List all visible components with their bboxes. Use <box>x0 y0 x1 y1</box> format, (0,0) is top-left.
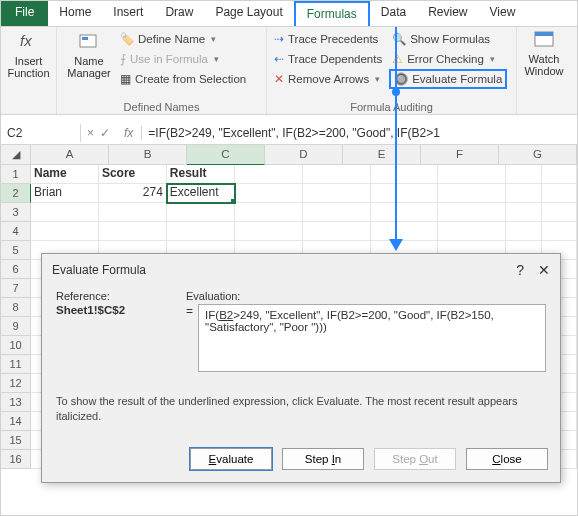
step-in-button[interactable]: Step In <box>282 448 364 470</box>
name-manager-label: Name Manager <box>67 55 110 79</box>
close-icon[interactable]: ✕ <box>538 262 550 278</box>
row-header-14[interactable]: 14 <box>1 412 31 431</box>
row-header-13[interactable]: 13 <box>1 393 31 412</box>
row-header-16[interactable]: 16 <box>1 450 31 469</box>
cell-D1[interactable] <box>235 165 303 184</box>
select-all-corner[interactable]: ◢ <box>1 145 31 165</box>
error-checking-button[interactable]: ⚠Error Checking▾ <box>389 49 507 69</box>
cell-B3[interactable] <box>99 203 167 222</box>
tab-review[interactable]: Review <box>417 1 478 26</box>
formula-input[interactable]: =IF(B2>249, "Excellent", IF(B2>=200, "Go… <box>142 124 577 142</box>
tab-formulas[interactable]: Formulas <box>294 1 370 26</box>
callout-arrow <box>395 27 397 243</box>
cell-H3[interactable] <box>506 203 541 222</box>
cell-B1[interactable]: Score <box>99 165 167 184</box>
tab-page-layout[interactable]: Page Layout <box>204 1 293 26</box>
tab-file[interactable]: File <box>1 1 48 26</box>
column-header-E[interactable]: E <box>343 145 421 165</box>
cell-I4[interactable] <box>542 222 577 241</box>
column-header-G[interactable]: G <box>499 145 577 165</box>
row-header-10[interactable]: 10 <box>1 336 31 355</box>
cell-F3[interactable] <box>371 203 439 222</box>
cell-G3[interactable] <box>438 203 506 222</box>
create-from-selection-button[interactable]: ▦Create from Selection <box>117 69 249 89</box>
tab-data[interactable]: Data <box>370 1 417 26</box>
name-manager-button[interactable]: Name Manager <box>61 29 117 89</box>
row-header-6[interactable]: 6 <box>1 260 31 279</box>
cell-E2[interactable] <box>303 184 371 203</box>
svg-rect-4 <box>535 32 553 36</box>
cell-F2[interactable] <box>371 184 439 203</box>
column-header-B[interactable]: B <box>109 145 187 165</box>
help-icon[interactable]: ? <box>516 262 524 278</box>
cell-F4[interactable] <box>371 222 439 241</box>
tab-draw[interactable]: Draw <box>154 1 204 26</box>
cell-I1[interactable] <box>542 165 577 184</box>
cell-C4[interactable] <box>167 222 235 241</box>
evaluate-formula-button[interactable]: 🔘Evaluate Formula <box>389 69 507 89</box>
cell-D4[interactable] <box>235 222 303 241</box>
formula-bar: C2 × ✓ fx =IF(B2>249, "Excellent", IF(B2… <box>1 121 577 145</box>
cell-E3[interactable] <box>303 203 371 222</box>
cell-H4[interactable] <box>506 222 541 241</box>
cell-A3[interactable] <box>31 203 99 222</box>
define-name-icon: 🏷️ <box>120 32 134 46</box>
row-header-8[interactable]: 8 <box>1 298 31 317</box>
fx-label-icon[interactable]: fx <box>116 126 142 140</box>
trace-dependents-button[interactable]: ⇠Trace Dependents <box>271 49 385 69</box>
cell-B4[interactable] <box>99 222 167 241</box>
enter-edit-icon[interactable]: ✓ <box>100 126 110 140</box>
cell-C1[interactable]: Result <box>167 165 235 184</box>
cell-E4[interactable] <box>303 222 371 241</box>
cell-H1[interactable] <box>506 165 541 184</box>
insert-function-button[interactable]: fx Insert Function <box>5 29 52 81</box>
formula-auditing-group-label: Formula Auditing <box>271 100 512 113</box>
row-header-1[interactable]: 1 <box>1 165 31 184</box>
row-header-5[interactable]: 5 <box>1 241 31 260</box>
row-header-9[interactable]: 9 <box>1 317 31 336</box>
close-button[interactable]: Close <box>466 448 548 470</box>
remove-arrows-button[interactable]: ✕Remove Arrows▾ <box>271 69 385 89</box>
define-name-button[interactable]: 🏷️Define Name▾ <box>117 29 249 49</box>
tab-view[interactable]: View <box>479 1 527 26</box>
cell-C3[interactable] <box>167 203 235 222</box>
column-header-A[interactable]: A <box>31 145 109 165</box>
row-header-15[interactable]: 15 <box>1 431 31 450</box>
row-header-3[interactable]: 3 <box>1 203 31 222</box>
cell-I2[interactable] <box>542 184 577 203</box>
cancel-edit-icon[interactable]: × <box>87 126 94 140</box>
formula-icon: ⨍ <box>120 52 126 66</box>
cell-D3[interactable] <box>235 203 303 222</box>
row-header-2[interactable]: 2 <box>1 184 31 203</box>
cell-I3[interactable] <box>542 203 577 222</box>
tab-home[interactable]: Home <box>48 1 102 26</box>
cell-G1[interactable] <box>438 165 506 184</box>
cell-F1[interactable] <box>371 165 439 184</box>
cell-B2[interactable]: 274 <box>99 184 167 203</box>
row-header-4[interactable]: 4 <box>1 222 31 241</box>
show-formulas-button[interactable]: 🔍Show Formulas <box>389 29 507 49</box>
column-header-D[interactable]: D <box>265 145 343 165</box>
cell-A2[interactable]: Brian <box>31 184 99 203</box>
cell-A1[interactable]: Name <box>31 165 99 184</box>
trace-precedents-label: Trace Precedents <box>288 33 378 45</box>
trace-precedents-button[interactable]: ⇢Trace Precedents <box>271 29 385 49</box>
name-box[interactable]: C2 <box>1 124 81 142</box>
row-header-12[interactable]: 12 <box>1 374 31 393</box>
column-header-C[interactable]: C <box>187 145 265 165</box>
evaluation-box[interactable]: IF(B2>249, "Excellent", IF(B2>=200, "Goo… <box>198 304 546 372</box>
cell-A4[interactable] <box>31 222 99 241</box>
evaluate-button[interactable]: Evaluate <box>190 448 272 470</box>
evaluate-formula-dialog: Evaluate Formula ? ✕ Reference: Sheet1!$… <box>41 253 561 483</box>
cell-G2[interactable] <box>438 184 506 203</box>
cell-C2[interactable]: Excellent <box>167 184 235 203</box>
row-header-11[interactable]: 11 <box>1 355 31 374</box>
cell-H2[interactable] <box>506 184 541 203</box>
column-header-F[interactable]: F <box>421 145 499 165</box>
cell-D2[interactable] <box>235 184 303 203</box>
watch-window-button[interactable]: Watch Window <box>521 29 567 79</box>
cell-E1[interactable] <box>303 165 371 184</box>
tab-insert[interactable]: Insert <box>102 1 154 26</box>
cell-G4[interactable] <box>438 222 506 241</box>
row-header-7[interactable]: 7 <box>1 279 31 298</box>
